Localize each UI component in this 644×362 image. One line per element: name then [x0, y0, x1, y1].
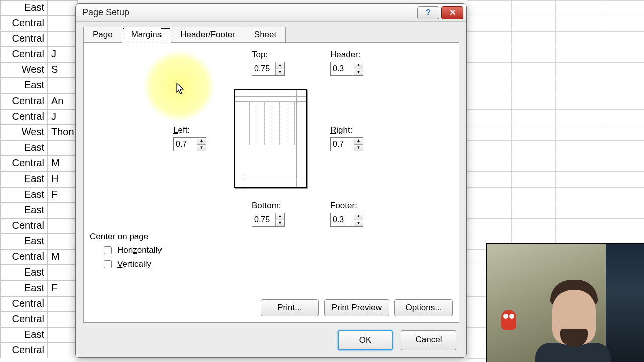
bg-cell-a: Central	[0, 343, 48, 358]
tab-margins[interactable]: Margins	[122, 27, 171, 43]
tab-headerfooter[interactable]: Header/Footer	[171, 27, 245, 43]
tab-page[interactable]: Page	[83, 27, 122, 43]
cursor-icon	[176, 83, 184, 95]
bg-cell-b	[48, 31, 78, 47]
horizontally-label: Horizontally	[117, 245, 162, 255]
top-input[interactable]	[252, 62, 275, 75]
center-on-page-group: Center on page Horizontally Vertically	[90, 232, 453, 270]
bg-cell-a: East	[0, 265, 48, 281]
bg-cell-a: Central	[0, 94, 48, 109]
right-down[interactable]: ▼	[354, 145, 363, 151]
header-down[interactable]: ▼	[354, 69, 363, 76]
bg-cell-a: Central	[0, 109, 48, 125]
bg-cell-a: East	[0, 281, 48, 296]
bg-cell-a: East	[0, 327, 48, 343]
bg-cell-a: East	[0, 78, 48, 94]
ok-button[interactable]: OK	[338, 330, 393, 350]
header-label: Header:	[330, 50, 363, 60]
bg-cell-a: Central	[0, 16, 48, 31]
vertically-input[interactable]	[104, 260, 112, 268]
top-label: Top:	[252, 50, 285, 60]
bg-cell-a: Central	[0, 312, 48, 327]
page-preview	[234, 89, 307, 188]
bg-cell-b	[48, 16, 78, 31]
bg-cell-b: S	[48, 62, 78, 78]
bg-cell-a: Central	[0, 296, 48, 312]
bg-cell-b	[48, 203, 78, 218]
print-button[interactable]: Print...	[261, 299, 319, 316]
bg-cell-b	[48, 140, 78, 156]
margins-panel: Top: ▲▼ Header: ▲▼ Left: ▲▼ Right:	[83, 42, 459, 323]
footer-input[interactable]	[331, 213, 354, 226]
bg-cell-a: West	[0, 125, 48, 140]
tab-row: Page Margins Header/Footer Sheet	[76, 22, 466, 43]
left-down[interactable]: ▼	[197, 145, 206, 151]
bottom-label: Bottom:	[252, 201, 285, 211]
bg-cell-b	[48, 265, 78, 281]
top-down[interactable]: ▼	[276, 69, 284, 76]
left-up[interactable]: ▲	[197, 138, 206, 145]
bg-cell-b: Thon	[48, 125, 78, 140]
header-up[interactable]: ▲	[354, 62, 363, 69]
bg-cell-b	[48, 327, 78, 343]
bg-cell-a: Central	[0, 249, 48, 265]
bottom-down[interactable]: ▼	[276, 220, 284, 227]
bg-cell-b: An	[48, 94, 78, 109]
bg-cell-a: Central	[0, 156, 48, 171]
webcam-overlay	[486, 243, 644, 362]
tab-sheet[interactable]: Sheet	[245, 27, 286, 43]
highlight-indicator	[144, 51, 214, 121]
left-spinner[interactable]: ▲▼	[173, 137, 206, 151]
page-setup-dialog: Page Setup ? ✕ Page Margins Header/Foote…	[75, 3, 467, 358]
footer-spinner[interactable]: ▲▼	[330, 213, 363, 227]
help-button[interactable]: ?	[417, 6, 439, 19]
dialog-button-row: OK Cancel	[338, 330, 456, 350]
footer-down[interactable]: ▼	[354, 220, 363, 227]
bg-cell-a: East	[0, 171, 48, 187]
horizontally-checkbox[interactable]: Horizontally	[102, 245, 453, 256]
cancel-button[interactable]: Cancel	[401, 330, 456, 350]
bg-cell-b: M	[48, 249, 78, 265]
bg-cell-a: East	[0, 234, 48, 249]
titlebar: Page Setup ? ✕	[76, 4, 466, 22]
right-up[interactable]: ▲	[354, 138, 363, 145]
bottom-spinner[interactable]: ▲▼	[252, 213, 285, 227]
print-preview-button[interactable]: Print Preview	[324, 299, 389, 316]
bg-cell-b: M	[48, 156, 78, 171]
vertically-checkbox[interactable]: Vertically	[102, 259, 453, 270]
bg-cell-b	[48, 234, 78, 249]
bottom-up[interactable]: ▲	[276, 213, 284, 220]
dialog-title: Page Setup	[82, 7, 415, 18]
footer-label: Footer:	[330, 201, 363, 211]
bg-cell-a: Central	[0, 218, 48, 234]
close-button[interactable]: ✕	[441, 6, 463, 19]
bg-cell-a: East	[0, 0, 48, 16]
bg-cell-b: H	[48, 171, 78, 187]
bg-cell-b: J	[48, 47, 78, 62]
right-input[interactable]	[331, 138, 354, 151]
bg-cell-a: West	[0, 62, 48, 78]
left-label: Left:	[173, 125, 206, 135]
bg-cell-b: J	[48, 109, 78, 125]
header-input[interactable]	[331, 62, 354, 75]
options-button[interactable]: Options...	[394, 299, 453, 316]
horizontally-input[interactable]	[104, 246, 112, 254]
bg-cell-a: Central	[0, 47, 48, 62]
header-spinner[interactable]: ▲▼	[330, 62, 363, 76]
bg-cell-a: Central	[0, 31, 48, 47]
bg-cell-a: East	[0, 140, 48, 156]
bg-cell-a: East	[0, 187, 48, 203]
bg-cell-b	[48, 343, 78, 358]
right-label: Right:	[330, 125, 363, 135]
right-spinner[interactable]: ▲▼	[330, 137, 363, 151]
bottom-input[interactable]	[252, 213, 275, 226]
bg-cell-b: F	[48, 281, 78, 296]
left-input[interactable]	[174, 138, 197, 151]
bg-cell-b	[48, 218, 78, 234]
top-up[interactable]: ▲	[276, 62, 284, 69]
bg-cell-b	[48, 78, 78, 94]
center-heading: Center on page	[90, 232, 148, 241]
top-spinner[interactable]: ▲▼	[252, 62, 285, 76]
footer-up[interactable]: ▲	[354, 213, 363, 220]
bg-cell-a: East	[0, 203, 48, 218]
